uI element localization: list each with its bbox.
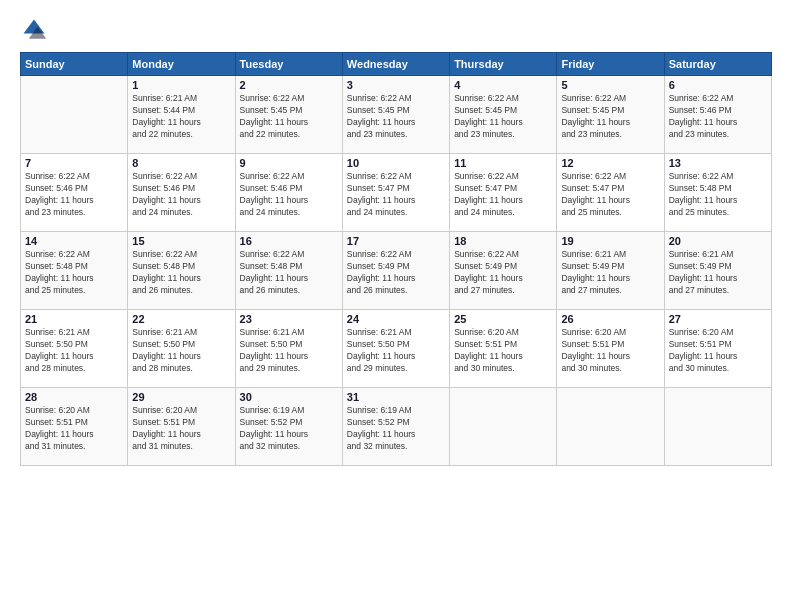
cell-content-line: and 24 minutes. bbox=[454, 207, 552, 219]
calendar-cell bbox=[664, 388, 771, 466]
cell-content-line: and 24 minutes. bbox=[132, 207, 230, 219]
day-number: 30 bbox=[240, 391, 338, 403]
header-cell-wednesday: Wednesday bbox=[342, 53, 449, 76]
calendar-cell: 21Sunrise: 6:21 AMSunset: 5:50 PMDayligh… bbox=[21, 310, 128, 388]
header-row: SundayMondayTuesdayWednesdayThursdayFrid… bbox=[21, 53, 772, 76]
week-row-1: 7Sunrise: 6:22 AMSunset: 5:46 PMDaylight… bbox=[21, 154, 772, 232]
day-number: 23 bbox=[240, 313, 338, 325]
cell-content-line: Sunset: 5:51 PM bbox=[25, 417, 123, 429]
cell-content-line: and 26 minutes. bbox=[240, 285, 338, 297]
cell-content-line: Sunrise: 6:20 AM bbox=[454, 327, 552, 339]
cell-content-line: and 25 minutes. bbox=[669, 207, 767, 219]
header-cell-monday: Monday bbox=[128, 53, 235, 76]
calendar-table: SundayMondayTuesdayWednesdayThursdayFrid… bbox=[20, 52, 772, 466]
day-number: 25 bbox=[454, 313, 552, 325]
calendar-cell: 8Sunrise: 6:22 AMSunset: 5:46 PMDaylight… bbox=[128, 154, 235, 232]
calendar-cell: 11Sunrise: 6:22 AMSunset: 5:47 PMDayligh… bbox=[450, 154, 557, 232]
cell-content-line: Sunrise: 6:22 AM bbox=[454, 249, 552, 261]
cell-content-line: and 31 minutes. bbox=[132, 441, 230, 453]
calendar-cell: 27Sunrise: 6:20 AMSunset: 5:51 PMDayligh… bbox=[664, 310, 771, 388]
cell-content-line: Daylight: 11 hours bbox=[240, 117, 338, 129]
cell-content-line: Sunrise: 6:20 AM bbox=[669, 327, 767, 339]
cell-content-line: Daylight: 11 hours bbox=[25, 273, 123, 285]
cell-content-line: Sunset: 5:48 PM bbox=[669, 183, 767, 195]
cell-content-line: Sunrise: 6:19 AM bbox=[347, 405, 445, 417]
calendar-cell: 22Sunrise: 6:21 AMSunset: 5:50 PMDayligh… bbox=[128, 310, 235, 388]
cell-content-line: Sunset: 5:50 PM bbox=[347, 339, 445, 351]
day-number: 15 bbox=[132, 235, 230, 247]
day-number: 22 bbox=[132, 313, 230, 325]
page-header bbox=[20, 16, 772, 44]
cell-content-line: Sunrise: 6:21 AM bbox=[240, 327, 338, 339]
cell-content-line: Daylight: 11 hours bbox=[132, 273, 230, 285]
cell-content-line: Sunset: 5:49 PM bbox=[561, 261, 659, 273]
cell-content-line: Sunrise: 6:22 AM bbox=[669, 171, 767, 183]
day-number: 19 bbox=[561, 235, 659, 247]
header-cell-thursday: Thursday bbox=[450, 53, 557, 76]
week-row-3: 21Sunrise: 6:21 AMSunset: 5:50 PMDayligh… bbox=[21, 310, 772, 388]
calendar-cell: 23Sunrise: 6:21 AMSunset: 5:50 PMDayligh… bbox=[235, 310, 342, 388]
cell-content-line: Sunrise: 6:21 AM bbox=[25, 327, 123, 339]
cell-content-line: Sunset: 5:50 PM bbox=[132, 339, 230, 351]
calendar-cell: 17Sunrise: 6:22 AMSunset: 5:49 PMDayligh… bbox=[342, 232, 449, 310]
cell-content-line: Sunset: 5:46 PM bbox=[240, 183, 338, 195]
cell-content-line: Daylight: 11 hours bbox=[454, 117, 552, 129]
calendar-cell: 18Sunrise: 6:22 AMSunset: 5:49 PMDayligh… bbox=[450, 232, 557, 310]
cell-content-line: Daylight: 11 hours bbox=[669, 351, 767, 363]
cell-content-line: Daylight: 11 hours bbox=[25, 351, 123, 363]
cell-content-line: Daylight: 11 hours bbox=[454, 351, 552, 363]
cell-content-line: and 24 minutes. bbox=[347, 207, 445, 219]
cell-content-line: Daylight: 11 hours bbox=[132, 351, 230, 363]
calendar-cell: 2Sunrise: 6:22 AMSunset: 5:45 PMDaylight… bbox=[235, 76, 342, 154]
calendar-cell: 19Sunrise: 6:21 AMSunset: 5:49 PMDayligh… bbox=[557, 232, 664, 310]
cell-content-line: Daylight: 11 hours bbox=[347, 117, 445, 129]
calendar-cell: 31Sunrise: 6:19 AMSunset: 5:52 PMDayligh… bbox=[342, 388, 449, 466]
cell-content-line: Sunset: 5:52 PM bbox=[240, 417, 338, 429]
cell-content-line: Daylight: 11 hours bbox=[561, 117, 659, 129]
cell-content-line: Daylight: 11 hours bbox=[561, 273, 659, 285]
cell-content-line: Daylight: 11 hours bbox=[132, 117, 230, 129]
cell-content-line: and 30 minutes. bbox=[669, 363, 767, 375]
day-number: 21 bbox=[25, 313, 123, 325]
cell-content-line: Sunrise: 6:21 AM bbox=[561, 249, 659, 261]
header-cell-saturday: Saturday bbox=[664, 53, 771, 76]
calendar-cell bbox=[450, 388, 557, 466]
calendar-cell: 15Sunrise: 6:22 AMSunset: 5:48 PMDayligh… bbox=[128, 232, 235, 310]
cell-content-line: Daylight: 11 hours bbox=[132, 429, 230, 441]
cell-content-line: Daylight: 11 hours bbox=[240, 273, 338, 285]
cell-content-line: Sunset: 5:44 PM bbox=[132, 105, 230, 117]
cell-content-line: Sunset: 5:45 PM bbox=[240, 105, 338, 117]
cell-content-line: Sunset: 5:47 PM bbox=[561, 183, 659, 195]
day-number: 10 bbox=[347, 157, 445, 169]
day-number: 6 bbox=[669, 79, 767, 91]
cell-content-line: Sunrise: 6:22 AM bbox=[240, 171, 338, 183]
day-number: 27 bbox=[669, 313, 767, 325]
cell-content-line: Sunrise: 6:22 AM bbox=[347, 93, 445, 105]
cell-content-line: and 27 minutes. bbox=[454, 285, 552, 297]
cell-content-line: Sunset: 5:47 PM bbox=[454, 183, 552, 195]
cell-content-line: and 32 minutes. bbox=[240, 441, 338, 453]
cell-content-line: and 25 minutes. bbox=[561, 207, 659, 219]
cell-content-line: Sunrise: 6:21 AM bbox=[132, 327, 230, 339]
cell-content-line: Sunset: 5:51 PM bbox=[669, 339, 767, 351]
day-number: 20 bbox=[669, 235, 767, 247]
cell-content-line: and 23 minutes. bbox=[347, 129, 445, 141]
cell-content-line: and 24 minutes. bbox=[240, 207, 338, 219]
calendar-cell bbox=[557, 388, 664, 466]
cell-content-line: Daylight: 11 hours bbox=[25, 195, 123, 207]
cell-content-line: Sunrise: 6:22 AM bbox=[454, 171, 552, 183]
week-row-4: 28Sunrise: 6:20 AMSunset: 5:51 PMDayligh… bbox=[21, 388, 772, 466]
cell-content-line: Sunrise: 6:22 AM bbox=[132, 171, 230, 183]
cell-content-line: and 29 minutes. bbox=[240, 363, 338, 375]
cell-content-line: Sunset: 5:49 PM bbox=[347, 261, 445, 273]
cell-content-line: Sunrise: 6:22 AM bbox=[132, 249, 230, 261]
header-cell-sunday: Sunday bbox=[21, 53, 128, 76]
cell-content-line: and 23 minutes. bbox=[25, 207, 123, 219]
cell-content-line: Sunrise: 6:22 AM bbox=[347, 171, 445, 183]
calendar-cell: 24Sunrise: 6:21 AMSunset: 5:50 PMDayligh… bbox=[342, 310, 449, 388]
calendar-cell: 20Sunrise: 6:21 AMSunset: 5:49 PMDayligh… bbox=[664, 232, 771, 310]
header-cell-friday: Friday bbox=[557, 53, 664, 76]
calendar-cell: 5Sunrise: 6:22 AMSunset: 5:45 PMDaylight… bbox=[557, 76, 664, 154]
calendar-cell: 10Sunrise: 6:22 AMSunset: 5:47 PMDayligh… bbox=[342, 154, 449, 232]
cell-content-line: Sunset: 5:51 PM bbox=[454, 339, 552, 351]
